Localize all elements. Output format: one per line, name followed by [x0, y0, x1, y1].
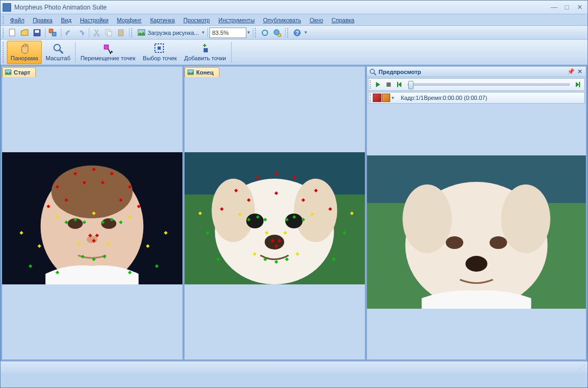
- preview-window-button[interactable]: [47, 27, 59, 39]
- svg-point-18: [54, 44, 60, 51]
- titlebar: Morpheus Photo Animation Suite — □ ✕: [1, 1, 587, 14]
- svg-point-36: [294, 179, 337, 242]
- preview-header: Предпросмотр 📌 ✕: [367, 67, 586, 77]
- stop-button[interactable]: [383, 79, 394, 90]
- web-button[interactable]: [271, 27, 283, 39]
- pin-button[interactable]: 📌: [567, 68, 575, 76]
- toolbar-grip[interactable]: [255, 28, 257, 38]
- svg-rect-4: [52, 32, 56, 36]
- load-image-button[interactable]: Загрузка рисунка...: [135, 29, 201, 37]
- svg-point-39: [265, 235, 284, 250]
- menu-picture[interactable]: Картинка: [147, 16, 178, 24]
- toolbar-grip[interactable]: [131, 28, 133, 38]
- preview-image-area[interactable]: [367, 105, 586, 359]
- close-button[interactable]: ✕: [574, 3, 585, 12]
- start-frame-swatch[interactable]: [373, 94, 381, 102]
- magnifier-icon: [369, 68, 376, 76]
- zoom-dropdown[interactable]: ▼: [246, 30, 251, 35]
- menubar-grip[interactable]: [3, 16, 5, 24]
- menu-window[interactable]: Окно: [307, 16, 327, 24]
- refresh-button[interactable]: [259, 27, 271, 39]
- svg-text:?: ?: [296, 30, 299, 36]
- slider-thumb[interactable]: [408, 81, 414, 89]
- workspace: Старт: [1, 65, 587, 361]
- save-button[interactable]: [31, 27, 43, 39]
- window-title: Morpheus Photo Animation Suite: [14, 4, 547, 11]
- open-button[interactable]: [19, 27, 31, 39]
- menu-morphing[interactable]: Морфинг: [114, 16, 145, 24]
- select-points-tool[interactable]: Выбор точек: [139, 41, 180, 64]
- menu-settings[interactable]: Настройки: [77, 16, 112, 24]
- load-image-dropdown[interactable]: ▼: [201, 30, 206, 35]
- svg-line-41: [374, 73, 376, 75]
- add-points-label: Добавить точки: [184, 55, 226, 61]
- separator: [207, 28, 208, 38]
- end-tab[interactable]: Конец: [185, 67, 219, 77]
- preview-playback-controls: [368, 78, 585, 91]
- frame-time-label: Кадр:1/1Время:0:00.00 (0:00.07): [401, 95, 487, 101]
- copy-button[interactable]: [103, 27, 115, 39]
- zoom-input[interactable]: [209, 27, 246, 38]
- undo-button[interactable]: [63, 27, 75, 39]
- start-tab-label: Старт: [14, 69, 30, 76]
- resize-grip[interactable]: ⋰: [580, 364, 584, 371]
- end-frame-swatch[interactable]: [382, 94, 390, 102]
- menu-publish[interactable]: Опубликовать: [260, 16, 305, 24]
- maximize-button[interactable]: □: [561, 3, 573, 12]
- new-button[interactable]: [7, 27, 19, 39]
- svg-rect-42: [387, 82, 391, 87]
- toolbar-grip[interactable]: [3, 28, 5, 38]
- toolbar-grip[interactable]: [287, 28, 289, 38]
- next-frame-button[interactable]: [573, 79, 583, 90]
- cut-button[interactable]: [91, 27, 103, 39]
- menu-edit[interactable]: Правка: [30, 16, 56, 24]
- move-point-icon: [102, 43, 114, 54]
- svg-point-46: [402, 184, 452, 253]
- menu-tools[interactable]: Инструменты: [215, 16, 258, 24]
- prev-frame-button[interactable]: [394, 79, 405, 90]
- minimize-button[interactable]: —: [548, 3, 560, 12]
- magnifier-icon: [52, 43, 64, 54]
- help-dropdown[interactable]: ▼: [304, 30, 308, 35]
- svg-point-27: [51, 165, 133, 218]
- menu-help[interactable]: Справка: [328, 16, 357, 24]
- playback-slider[interactable]: [408, 84, 569, 86]
- menu-preview[interactable]: Просмотр: [180, 16, 213, 24]
- panorama-tool[interactable]: Панорама: [7, 41, 42, 64]
- preview-panel: Предпросмотр 📌 ✕ ▼ Кадр:1/1Время:0:00.00…: [366, 66, 586, 360]
- svg-rect-22: [158, 47, 161, 50]
- separator: [89, 28, 89, 38]
- paste-button[interactable]: [115, 27, 127, 39]
- end-image-area[interactable]: [185, 77, 365, 359]
- scale-tool[interactable]: Масштаб: [42, 41, 74, 64]
- svg-rect-15: [278, 34, 281, 36]
- swatch-dropdown[interactable]: ▼: [391, 96, 396, 100]
- redo-button[interactable]: [75, 27, 87, 39]
- tool-toolbar: Панорама Масштаб Перемещение точек Выбор…: [1, 40, 587, 65]
- hand-icon: [19, 43, 30, 54]
- grip[interactable]: [370, 94, 372, 102]
- svg-rect-23: [204, 48, 208, 52]
- statusbar: ⋰: [1, 361, 587, 373]
- picture-icon: [137, 29, 146, 37]
- svg-point-38: [285, 214, 302, 228]
- main-toolbar: Загрузка рисунка... ▼ ▼ ? ▼: [1, 26, 587, 40]
- svg-rect-0: [10, 29, 15, 36]
- svg-rect-8: [107, 31, 112, 36]
- svg-point-35: [212, 179, 255, 242]
- close-panel-button[interactable]: ✕: [575, 68, 584, 76]
- separator: [45, 28, 45, 38]
- svg-rect-20: [104, 45, 108, 49]
- menu-file[interactable]: Файл: [7, 16, 27, 24]
- start-tab[interactable]: Старт: [2, 67, 36, 77]
- svg-point-28: [68, 218, 83, 229]
- grip[interactable]: [370, 80, 372, 89]
- preview-status-bar: ▼ Кадр:1/1Время:0:00.00 (0:00.07): [368, 92, 585, 104]
- move-points-tool[interactable]: Перемещение точек: [77, 41, 139, 64]
- menu-view[interactable]: Вид: [58, 16, 75, 24]
- add-points-tool[interactable]: Добавить точки: [180, 41, 229, 64]
- play-button[interactable]: [373, 79, 383, 90]
- toolbar-grip[interactable]: [3, 42, 5, 63]
- help-button[interactable]: ?: [291, 27, 303, 39]
- start-image-area[interactable]: [2, 77, 182, 359]
